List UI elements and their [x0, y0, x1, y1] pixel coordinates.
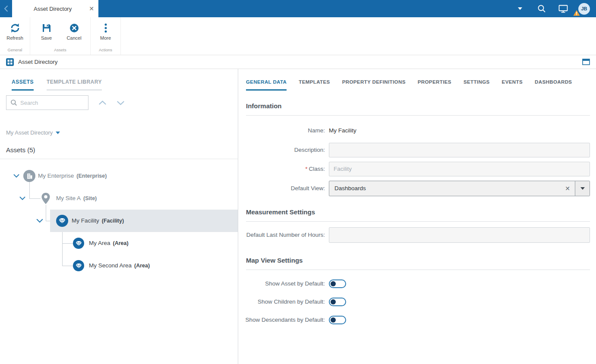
page-title: Asset Directory — [18, 59, 58, 65]
topbar-actions: JB — [509, 0, 596, 17]
tree-node-type: (Site) — [83, 195, 97, 201]
expand-panel-icon[interactable] — [582, 59, 590, 65]
description-input[interactable] — [329, 143, 590, 157]
back-chevron-icon[interactable] — [0, 0, 12, 17]
name-value: My Facility — [329, 127, 590, 134]
chevron-down-icon[interactable] — [117, 100, 125, 105]
toggle-knob — [331, 299, 336, 304]
enterprise-icon — [23, 170, 35, 182]
avatar[interactable]: JB — [578, 3, 590, 15]
facility-asset-icon — [56, 215, 68, 227]
ribbon-group-label-actions: Actions — [91, 47, 120, 55]
tree-node-type: (Enterprise) — [76, 173, 107, 179]
divider — [0, 159, 238, 159]
app-window-tab[interactable]: Asset Directory ✕ — [12, 0, 98, 17]
tree-row-my-enterprise[interactable]: My Enterprise(Enterprise) — [0, 165, 238, 187]
tab-template-library[interactable]: TEMPLATE LIBRARY — [47, 79, 102, 91]
tree-node-name: My Area — [89, 240, 110, 246]
ribbon-group-actions: More Actions — [91, 17, 121, 55]
default-view-row: Default View: Dashboards ✕ — [238, 181, 590, 196]
class-row: *Class: — [238, 162, 590, 176]
topbar-left: Asset Directory ✕ — [0, 0, 98, 17]
default-view-combobox[interactable]: Dashboards ✕ — [329, 181, 590, 196]
chevron-down-icon[interactable] — [13, 174, 19, 178]
avatar-initials: JB — [581, 6, 587, 11]
ribbon-filler — [121, 17, 596, 55]
left-tab-strip: ASSETS TEMPLATE LIBRARY — [0, 69, 238, 91]
chevron-down-icon[interactable] — [36, 219, 43, 223]
ribbon-group-label-general: General — [0, 47, 30, 55]
refresh-label: Refresh — [6, 35, 23, 41]
show-asset-toggle[interactable] — [329, 279, 346, 288]
ribbon-toolbar: Refresh General Save — [0, 17, 596, 55]
page-titlebar: Asset Directory — [0, 55, 596, 69]
tree-node-name: My Second Area — [89, 262, 132, 269]
save-label: Save — [41, 35, 52, 41]
caret-down-icon — [580, 187, 585, 190]
cancel-button[interactable]: Cancel — [60, 22, 88, 41]
tree-row-my-facility[interactable]: My Facility(Facility) — [0, 210, 238, 232]
search-input[interactable] — [20, 100, 88, 106]
caret-down-icon[interactable] — [509, 7, 531, 10]
asset-browser-panel: ASSETS TEMPLATE LIBRARY My Asset Directo… — [0, 69, 238, 364]
tree-node-name: My Enterprise — [38, 173, 74, 179]
more-button[interactable]: More — [92, 22, 120, 41]
directory-selector[interactable]: My Asset Directory — [6, 129, 238, 136]
description-label: Description: — [238, 146, 325, 154]
tree-node-type: (Area) — [113, 240, 129, 246]
search-icon[interactable] — [531, 4, 552, 13]
chevron-down-icon[interactable] — [19, 197, 25, 201]
area-asset-icon — [73, 260, 84, 271]
ribbon-group-label-assets: Assets — [30, 47, 90, 55]
warning-icon — [573, 10, 580, 16]
name-row: Name: My Facility — [238, 126, 590, 135]
show-children-toggle[interactable] — [329, 298, 346, 306]
close-icon[interactable]: ✕ — [89, 5, 94, 12]
toggle-knob — [331, 317, 336, 323]
show-descendants-toggle[interactable] — [329, 316, 346, 324]
tree-search-row — [6, 95, 238, 110]
asset-directory-app-icon — [6, 58, 14, 66]
clear-icon[interactable]: ✕ — [560, 185, 575, 192]
tree-node-type: (Facility) — [102, 218, 124, 224]
class-label: *Class: — [238, 165, 325, 173]
show-children-label: Show Children by Default: — [238, 298, 325, 306]
section-measurement-heading: Measurement Settings — [246, 208, 590, 222]
directory-selector-label: My Asset Directory — [6, 129, 53, 136]
tab-assets[interactable]: ASSETS — [12, 79, 34, 91]
tree-node-type: (Area) — [134, 263, 150, 269]
default-last-hours-label: Default Last Number of Hours: — [238, 231, 325, 239]
tree-row-my-site-a[interactable]: My Site A(Site) — [0, 187, 238, 210]
asset-tree: My Enterprise(Enterprise) My Site A(Site… — [0, 165, 238, 281]
area-asset-icon — [73, 238, 84, 249]
tab-settings[interactable]: SETTINGS — [464, 79, 490, 91]
ribbon-group-general: Refresh General — [0, 17, 30, 55]
refresh-button[interactable]: Refresh — [1, 22, 29, 41]
save-icon — [41, 22, 52, 34]
caret-down-icon — [56, 132, 60, 134]
class-input[interactable] — [329, 162, 590, 176]
ribbon-group-assets: Save Cancel Assets — [30, 17, 91, 55]
detail-tab-strip: GENERAL DATA TEMPLATES PROPERTY DEFINITI… — [238, 69, 596, 91]
tab-properties[interactable]: PROPERTIES — [418, 79, 451, 91]
save-button[interactable]: Save — [33, 22, 60, 41]
monitor-icon[interactable] — [552, 5, 574, 13]
tab-general-data[interactable]: GENERAL DATA — [246, 79, 287, 91]
show-descendants-label: Show Descendants by Default: — [238, 316, 325, 324]
tab-templates[interactable]: TEMPLATES — [299, 79, 330, 91]
tree-row-my-area[interactable]: My Area(Area) — [0, 232, 238, 254]
tree-row-my-second-area[interactable]: My Second Area(Area) — [0, 254, 238, 277]
default-last-hours-input[interactable] — [329, 227, 590, 243]
tab-events[interactable]: EVENTS — [502, 79, 523, 91]
section-map-view-heading: Map View Settings — [246, 257, 590, 270]
tree-node-name: My Site A — [56, 195, 81, 201]
cancel-label: Cancel — [66, 35, 81, 41]
chevron-up-icon[interactable] — [98, 100, 107, 105]
dropdown-button[interactable] — [575, 181, 590, 196]
show-asset-label: Show Asset by Default: — [238, 279, 325, 288]
tab-property-definitions[interactable]: PROPERTY DEFINITIONS — [342, 79, 406, 91]
required-marker: * — [305, 166, 307, 172]
asset-detail-panel: GENERAL DATA TEMPLATES PROPERTY DEFINITI… — [238, 69, 596, 364]
tab-dashboards[interactable]: DASHBOARDS — [535, 79, 572, 91]
more-label: More — [100, 35, 111, 41]
